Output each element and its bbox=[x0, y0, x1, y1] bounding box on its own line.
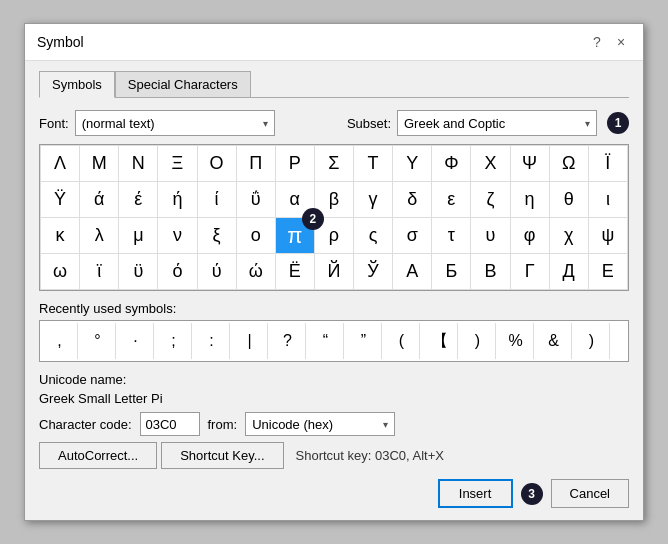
symbol-cell[interactable]: ζ bbox=[471, 182, 510, 218]
symbol-cell[interactable]: Χ bbox=[471, 146, 510, 182]
recent-symbol-cell[interactable]: , bbox=[42, 323, 78, 359]
recent-symbol-cell[interactable]: ) bbox=[460, 323, 496, 359]
symbol-cell[interactable]: ή bbox=[158, 182, 197, 218]
symbol-cell[interactable]: ώ bbox=[236, 254, 275, 290]
symbol-cell[interactable]: έ bbox=[119, 182, 158, 218]
symbol-cell[interactable]: Й bbox=[314, 254, 353, 290]
symbol-cell[interactable]: Ρ bbox=[275, 146, 314, 182]
shortcut-key-text: Shortcut key: 03C0, Alt+X bbox=[296, 448, 445, 463]
font-select[interactable]: (normal text) ▾ bbox=[75, 110, 275, 136]
symbol-cell[interactable]: ϊ bbox=[80, 254, 119, 290]
recent-symbol-cell[interactable]: ” bbox=[346, 323, 382, 359]
insert-button[interactable]: Insert bbox=[438, 479, 513, 508]
tab-symbols[interactable]: Symbols bbox=[39, 71, 115, 98]
badge-1: 1 bbox=[607, 112, 629, 134]
recent-symbol-cell[interactable]: 【 bbox=[422, 323, 458, 359]
subset-label: Subset: bbox=[347, 116, 391, 131]
symbol-cell[interactable]: ί bbox=[197, 182, 236, 218]
recent-symbol-cell[interactable]: “ bbox=[308, 323, 344, 359]
symbol-cell[interactable]: Ў bbox=[354, 254, 393, 290]
symbol-cell[interactable]: Λ bbox=[41, 146, 80, 182]
symbol-cell[interactable]: Г bbox=[510, 254, 549, 290]
subset-select[interactable]: Greek and Coptic ▾ bbox=[397, 110, 597, 136]
symbol-cell[interactable]: ς bbox=[354, 218, 393, 254]
symbol-cell[interactable]: Д bbox=[549, 254, 588, 290]
symbol-cell[interactable]: Σ bbox=[314, 146, 353, 182]
symbol-cell[interactable]: χ bbox=[549, 218, 588, 254]
shortcut-key-button[interactable]: Shortcut Key... bbox=[161, 442, 283, 469]
recent-symbols-table: ,°·;:|?“”(【)%&) bbox=[40, 321, 612, 361]
recent-symbol-cell[interactable]: · bbox=[118, 323, 154, 359]
symbol-cell[interactable]: Π bbox=[236, 146, 275, 182]
action-buttons-row: Insert 3 Cancel bbox=[39, 479, 629, 508]
symbol-cell[interactable]: Ν bbox=[119, 146, 158, 182]
symbol-cell[interactable]: υ bbox=[471, 218, 510, 254]
cancel-button[interactable]: Cancel bbox=[551, 479, 629, 508]
symbol-cell[interactable]: θ bbox=[549, 182, 588, 218]
recent-symbol-cell[interactable]: : bbox=[194, 323, 230, 359]
unicode-name-value-row: Greek Small Letter Pi bbox=[39, 391, 629, 406]
symbol-cell[interactable]: Е bbox=[588, 254, 627, 290]
from-select[interactable]: Unicode (hex) ▾ bbox=[245, 412, 395, 436]
symbol-cell[interactable]: κ bbox=[41, 218, 80, 254]
symbol-cell[interactable]: λ bbox=[80, 218, 119, 254]
symbol-cell[interactable]: Φ bbox=[432, 146, 471, 182]
recent-symbol-cell[interactable]: & bbox=[536, 323, 572, 359]
symbol-cell[interactable]: Ο bbox=[197, 146, 236, 182]
unicode-name-label: Unicode name: bbox=[39, 372, 126, 387]
symbol-cell[interactable]: μ bbox=[119, 218, 158, 254]
recent-symbol-cell[interactable]: ? bbox=[270, 323, 306, 359]
font-subset-row: Font: (normal text) ▾ Subset: Greek and … bbox=[39, 110, 629, 136]
charcode-input[interactable] bbox=[140, 412, 200, 436]
close-button[interactable]: × bbox=[611, 32, 631, 52]
title-bar: Symbol ? × bbox=[25, 24, 643, 61]
symbol-cell[interactable]: В bbox=[471, 254, 510, 290]
symbol-cell[interactable]: π2 bbox=[275, 218, 314, 254]
symbol-cell[interactable]: Ω bbox=[549, 146, 588, 182]
unicode-name-value: Greek Small Letter Pi bbox=[39, 391, 163, 406]
symbol-cell[interactable]: Μ bbox=[80, 146, 119, 182]
symbol-cell[interactable]: А bbox=[393, 254, 432, 290]
symbol-cell[interactable]: Ё bbox=[275, 254, 314, 290]
symbol-cell[interactable]: γ bbox=[354, 182, 393, 218]
symbol-cell[interactable]: ό bbox=[158, 254, 197, 290]
symbol-cell[interactable]: ο bbox=[236, 218, 275, 254]
subset-chevron-icon: ▾ bbox=[585, 118, 590, 129]
symbol-cell[interactable]: ξ bbox=[197, 218, 236, 254]
symbol-cell[interactable]: ω bbox=[41, 254, 80, 290]
symbol-cell[interactable]: ι bbox=[588, 182, 627, 218]
recent-symbol-cell[interactable]: | bbox=[232, 323, 268, 359]
symbol-cell[interactable]: Υ bbox=[393, 146, 432, 182]
symbol-cell[interactable]: φ bbox=[510, 218, 549, 254]
symbol-cell[interactable]: τ bbox=[432, 218, 471, 254]
symbol-cell[interactable]: ΰ bbox=[236, 182, 275, 218]
symbol-cell[interactable]: Ÿ bbox=[41, 182, 80, 218]
symbol-cell[interactable]: Ï bbox=[588, 146, 627, 182]
symbol-cell[interactable]: ύ bbox=[197, 254, 236, 290]
symbol-cell[interactable]: ν bbox=[158, 218, 197, 254]
from-value: Unicode (hex) bbox=[252, 417, 333, 432]
symbol-cell[interactable]: ά bbox=[80, 182, 119, 218]
symbol-cell[interactable]: η bbox=[510, 182, 549, 218]
symbol-cell[interactable]: δ bbox=[393, 182, 432, 218]
symbol-dialog: Symbol ? × Symbols Special Characters Fo… bbox=[24, 23, 644, 521]
recent-symbol-cell[interactable]: ( bbox=[384, 323, 420, 359]
symbol-cell[interactable]: Ψ bbox=[510, 146, 549, 182]
symbol-grid: ΛΜΝΞΟΠΡΣΤΥΦΧΨΩÏŸάέήίΰαβγδεζηθικλμνξοπ2ρς… bbox=[39, 144, 629, 291]
symbol-cell[interactable]: ε bbox=[432, 182, 471, 218]
recent-symbol-cell[interactable]: % bbox=[498, 323, 534, 359]
symbol-cell[interactable]: σ bbox=[393, 218, 432, 254]
recent-symbol-cell[interactable]: ) bbox=[574, 323, 610, 359]
symbol-cell[interactable]: Τ bbox=[354, 146, 393, 182]
dialog-title: Symbol bbox=[37, 34, 84, 50]
tab-special-characters[interactable]: Special Characters bbox=[115, 71, 251, 98]
symbol-cell[interactable]: ϋ bbox=[119, 254, 158, 290]
autocorrect-button[interactable]: AutoCorrect... bbox=[39, 442, 157, 469]
recent-symbol-cell[interactable]: ; bbox=[156, 323, 192, 359]
symbol-cell[interactable]: Б bbox=[432, 254, 471, 290]
recent-symbol-cell[interactable]: ° bbox=[80, 323, 116, 359]
symbol-cell[interactable]: ψ bbox=[588, 218, 627, 254]
help-button[interactable]: ? bbox=[587, 32, 607, 52]
badge-3: 3 bbox=[521, 483, 543, 505]
symbol-cell[interactable]: Ξ bbox=[158, 146, 197, 182]
